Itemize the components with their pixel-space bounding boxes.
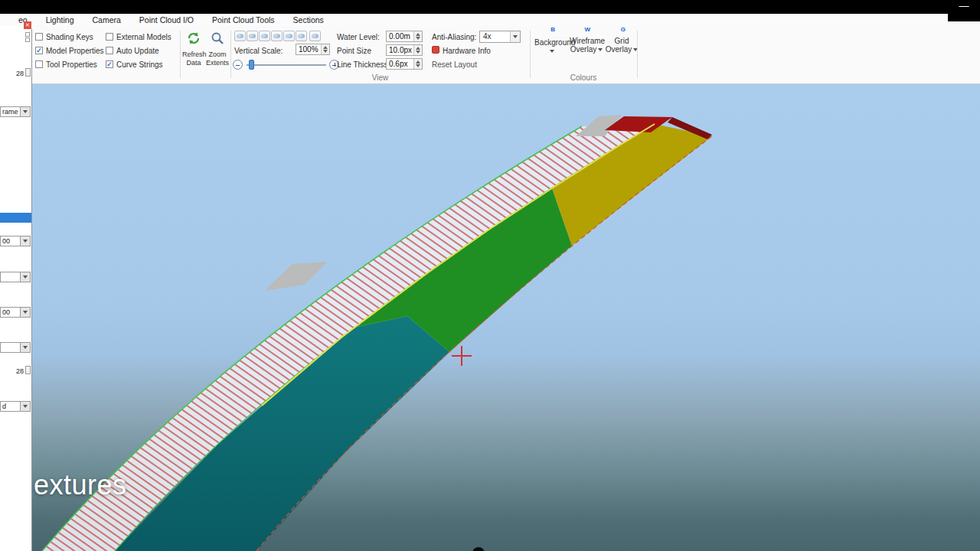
- grid-label-1: Grid: [615, 37, 629, 45]
- spin-value: 100%: [296, 44, 321, 54]
- slider-minus-icon[interactable]: [233, 60, 243, 70]
- view-preset-button-3[interactable]: [259, 31, 270, 41]
- wireframe-label-2: Overlay: [570, 45, 596, 54]
- wireframe-overlay-button[interactable]: W Wireframe Overlay: [570, 29, 603, 80]
- chevron-down-icon[interactable]: [20, 236, 30, 246]
- model-properties-checkbox[interactable]: ✓ Model Properties: [35, 46, 104, 55]
- checkbox-box[interactable]: [35, 60, 43, 68]
- video-scrubber-dot[interactable]: [472, 547, 485, 551]
- panel-dropdown-value: [1, 272, 20, 282]
- panel-dropdown[interactable]: d: [0, 401, 31, 412]
- chevron-down-icon[interactable]: [20, 402, 30, 411]
- spinner-buttons[interactable]: [413, 31, 422, 41]
- hardware-info-button[interactable]: Hardware Info: [443, 47, 491, 55]
- panel-close-button[interactable]: ✕: [24, 21, 31, 29]
- checkbox-box[interactable]: [106, 47, 113, 54]
- panel-dropdown-wireframe[interactable]: rame: [0, 106, 31, 117]
- tab-point-cloud-tools[interactable]: Point Cloud Tools: [203, 15, 284, 24]
- view-preset-button-6[interactable]: [296, 31, 307, 41]
- model-surface-gray-mid: [264, 262, 328, 291]
- checkbox-box[interactable]: ✓: [35, 47, 43, 54]
- checkbox-label: Curve Strings: [116, 60, 163, 69]
- chevron-down-icon[interactable]: [20, 308, 30, 317]
- badge-letter: W: [584, 26, 590, 33]
- panel-dropdown[interactable]: 00: [0, 236, 31, 246]
- panel-dropdown[interactable]: [0, 342, 31, 353]
- view-orb-icon: [273, 34, 280, 38]
- anti-aliasing-label: Anti-Aliasing:: [432, 33, 476, 41]
- view-preset-button-7[interactable]: [309, 31, 321, 41]
- checkbox-box[interactable]: ✓: [106, 60, 113, 68]
- vertical-scale-input[interactable]: 100%: [296, 44, 330, 55]
- zoom-extents-button[interactable]: Zoom Extents: [206, 31, 229, 80]
- view-orb-icon: [298, 34, 305, 38]
- point-size-input[interactable]: 10.0px: [386, 44, 423, 56]
- checkbox-box[interactable]: [35, 33, 43, 41]
- ribbon: Shading Keys ✓ Model Properties Tool Pro…: [32, 26, 980, 84]
- chevron-down-icon: [550, 50, 554, 53]
- view-orb-icon: [249, 34, 256, 38]
- view-preset-button-4[interactable]: [271, 31, 283, 41]
- reset-layout-button[interactable]: Reset Layout: [432, 60, 477, 69]
- view-orb-icon: [286, 34, 292, 38]
- dropdown-value: 4x: [480, 31, 510, 42]
- curve-strings-checkbox[interactable]: ✓ Curve Strings: [106, 60, 163, 69]
- vertical-scale-slider[interactable]: [247, 64, 326, 66]
- tab-sections[interactable]: Sections: [284, 15, 333, 24]
- tab-point-cloud-io[interactable]: Point Cloud I/O: [130, 15, 203, 24]
- spin-value: 0.00m: [387, 31, 413, 41]
- panel-value-box[interactable]: [25, 366, 31, 374]
- tool-properties-checkbox[interactable]: Tool Properties: [35, 60, 97, 69]
- magnifier-icon: [210, 31, 225, 46]
- panel-value-box[interactable]: [25, 68, 31, 77]
- chevron-down-icon[interactable]: [510, 31, 520, 42]
- grid-label-2: Overlay: [606, 45, 632, 54]
- panel-selected-row[interactable]: [0, 213, 31, 223]
- spin-value: 0.6px: [387, 59, 413, 69]
- chevron-down-icon[interactable]: [20, 343, 30, 352]
- background-colour-button[interactable]: B Background: [534, 29, 568, 80]
- panel-dropdown[interactable]: 00: [0, 307, 31, 318]
- slider-thumb[interactable]: [249, 60, 254, 70]
- refresh-icon: [186, 31, 201, 46]
- anti-aliasing-dropdown[interactable]: 4x: [479, 31, 521, 43]
- view-preset-button-5[interactable]: [283, 31, 295, 41]
- view-preset-button-2[interactable]: [247, 31, 258, 41]
- spinner-buttons[interactable]: [321, 44, 329, 54]
- checkbox-label: Shading Keys: [46, 33, 93, 41]
- panel-dropdown[interactable]: [0, 272, 31, 282]
- spinner-buttons[interactable]: [413, 45, 422, 55]
- spinner-buttons[interactable]: [413, 59, 422, 69]
- checkbox-label: External Models: [116, 33, 172, 41]
- tab-camera[interactable]: Camera: [83, 15, 129, 24]
- checkbox-label: Tool Properties: [46, 60, 97, 69]
- wireframe-label-1: Wireframe: [570, 37, 605, 45]
- auto-update-checkbox[interactable]: Auto Update: [106, 46, 159, 55]
- chevron-down-icon[interactable]: [20, 107, 30, 116]
- refresh-label-2: Data: [186, 59, 201, 67]
- grid-overlay-button[interactable]: G Grid Overlay: [605, 29, 639, 80]
- panel-checkbox-partial[interactable]: [25, 32, 30, 37]
- view-preset-button-1[interactable]: [234, 31, 246, 41]
- tab-lighting[interactable]: Lighting: [37, 15, 83, 24]
- view-orb-icon: [312, 34, 318, 38]
- chevron-down-icon[interactable]: [20, 272, 30, 282]
- line-thickness-input[interactable]: 0.6px: [386, 58, 423, 70]
- view-orb-icon: [237, 34, 243, 38]
- checkbox-label: Auto Update: [116, 47, 159, 55]
- zoom-label-2: Extents: [206, 59, 229, 67]
- panel-checkbox-partial[interactable]: [25, 37, 30, 42]
- checkbox-box[interactable]: [106, 33, 113, 41]
- shading-keys-checkbox[interactable]: Shading Keys: [35, 32, 93, 41]
- line-thickness-label: Line Thickness: [337, 60, 388, 69]
- 3d-viewport[interactable]: extures: [32, 84, 980, 551]
- refresh-data-button[interactable]: Refresh Data: [182, 31, 205, 80]
- water-level-label: Water Level:: [337, 33, 380, 41]
- external-models-checkbox[interactable]: External Models: [106, 32, 172, 41]
- group-separator: [180, 31, 181, 78]
- minimize-button[interactable]: —: [948, 0, 980, 21]
- panel-dropdown-value: [1, 343, 20, 352]
- zoom-label-1: Zoom: [208, 51, 226, 58]
- view-orb-icon: [261, 34, 268, 38]
- water-level-input[interactable]: 0.00m: [386, 31, 423, 42]
